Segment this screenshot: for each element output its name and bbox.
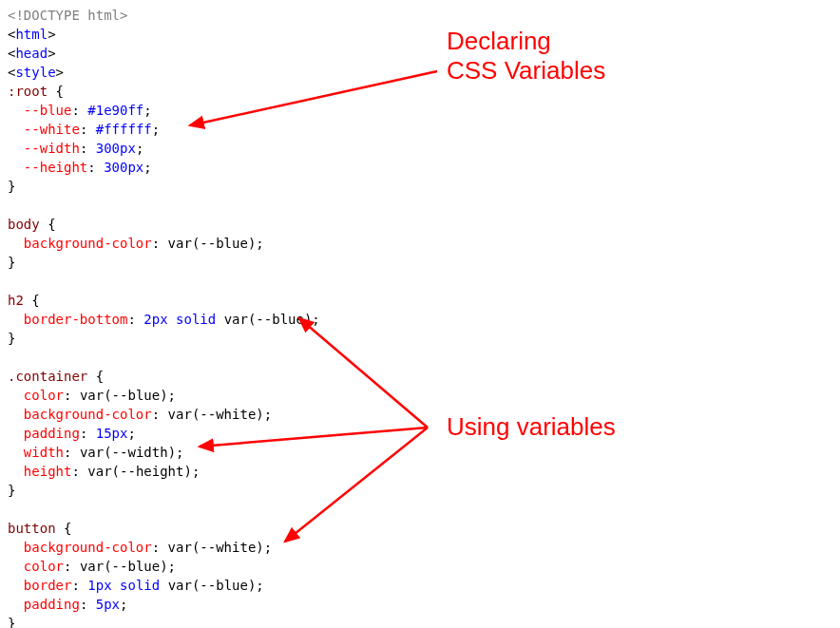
- code-token: --blue: [112, 388, 161, 403]
- code-token: ;: [152, 122, 160, 137]
- code-token: );: [304, 312, 320, 327]
- code-token: :: [64, 445, 80, 460]
- code-token: ;: [143, 103, 151, 118]
- code-line: border-bottom: 2px solid var(--blue);: [8, 312, 320, 327]
- code-token: background-color: [24, 407, 152, 422]
- code-token: :: [152, 540, 168, 555]
- code-token: var: [80, 559, 104, 574]
- code-token: );: [160, 559, 176, 574]
- code-token: background-color: [24, 236, 152, 251]
- code-line: --blue: #1e90ff;: [8, 103, 152, 118]
- code-token: }: [8, 331, 15, 346]
- code-token: 300px: [96, 141, 136, 156]
- code-line: h2 {: [8, 293, 40, 308]
- code-token: }: [8, 179, 15, 194]
- code-token: [168, 312, 176, 327]
- annotation-declaring-line2: CSS Variables: [447, 56, 605, 85]
- code-token: [8, 597, 24, 612]
- code-line: button {: [8, 521, 71, 536]
- code-line: :root {: [8, 84, 64, 99]
- code-token: (: [104, 445, 111, 460]
- code-token: [8, 540, 24, 555]
- code-token: padding: [24, 597, 80, 612]
- code-token: [8, 236, 24, 251]
- code-token: [8, 141, 24, 156]
- code-token: border: [24, 578, 72, 593]
- code-token: [8, 578, 24, 593]
- code-line: color: var(--blue);: [8, 559, 176, 574]
- code-token: {: [48, 84, 64, 99]
- code-token: 15px: [96, 426, 128, 441]
- code-line: <html>: [8, 27, 56, 42]
- code-line: }: [8, 483, 15, 498]
- code-line: }: [8, 616, 15, 628]
- code-token: [8, 103, 24, 118]
- annotation-declaring-line1: Declaring: [447, 27, 551, 55]
- code-line: height: var(--height);: [8, 464, 200, 479]
- code-token: 5px: [96, 597, 120, 612]
- code-token: #1e90ff: [87, 103, 143, 118]
- code-token: >: [48, 46, 55, 61]
- code-token: .container: [8, 369, 87, 384]
- code-token: :: [152, 236, 168, 251]
- code-token: :: [152, 407, 168, 422]
- code-line: background-color: var(--blue);: [8, 236, 264, 251]
- code-token: {: [40, 217, 56, 232]
- code-token: var: [224, 312, 248, 327]
- code-token: [160, 578, 167, 593]
- code-line: width: var(--width);: [8, 445, 183, 460]
- code-token: }: [8, 616, 15, 628]
- code-token: :: [80, 122, 96, 137]
- code-token: {: [87, 369, 104, 384]
- code-token: var: [168, 407, 192, 422]
- code-line: --white: #ffffff;: [8, 122, 160, 137]
- code-token: :: [80, 141, 96, 156]
- code-token: 1px: [87, 578, 111, 593]
- code-token: >: [48, 27, 55, 42]
- code-token: ;: [120, 597, 127, 612]
- code-token: :: [127, 312, 143, 327]
- code-token: :: [64, 559, 80, 574]
- code-line: }: [8, 179, 15, 194]
- code-line: --width: 300px;: [8, 141, 143, 156]
- code-token: --blue: [200, 578, 248, 593]
- code-token: );: [160, 388, 176, 403]
- code-token: ;: [127, 426, 135, 441]
- annotation-using-text: Using variables: [447, 412, 616, 441]
- code-token: button: [8, 521, 56, 536]
- code-token: --width: [112, 445, 168, 460]
- code-token: :: [71, 578, 87, 593]
- code-token: ;: [143, 160, 151, 175]
- code-token: --blue: [112, 559, 161, 574]
- code-token: --height: [120, 464, 183, 479]
- code-token: (: [104, 559, 111, 574]
- code-token: ;: [136, 141, 143, 156]
- code-token: :: [80, 597, 96, 612]
- code-line: <!DOCTYPE html>: [8, 8, 127, 23]
- code-token: [8, 464, 24, 479]
- code-token: :: [80, 426, 96, 441]
- code-token: }: [8, 483, 15, 498]
- code-token: }: [8, 255, 15, 270]
- code-token: height: [24, 464, 72, 479]
- code-token: --height: [24, 160, 87, 175]
- code-token: solid: [176, 312, 216, 327]
- code-line: .container {: [8, 369, 104, 384]
- code-token: (: [104, 388, 111, 403]
- code-token: [216, 312, 223, 327]
- code-line: color: var(--blue);: [8, 388, 176, 403]
- code-token: body: [8, 217, 40, 232]
- code-token: padding: [24, 426, 80, 441]
- code-token: );: [248, 578, 264, 593]
- annotation-declaring: Declaring CSS Variables: [447, 27, 605, 86]
- code-line: }: [8, 331, 15, 346]
- code-token: width: [24, 445, 64, 460]
- code-token: [8, 160, 24, 175]
- code-token: {: [56, 521, 72, 536]
- code-token: >: [56, 65, 64, 80]
- code-line: --height: 300px;: [8, 160, 152, 175]
- code-token: [8, 445, 24, 460]
- code-block: <!DOCTYPE html> <html> <head> <style> :r…: [8, 6, 832, 628]
- code-token: [8, 426, 24, 441]
- code-line: padding: 15px;: [8, 426, 136, 441]
